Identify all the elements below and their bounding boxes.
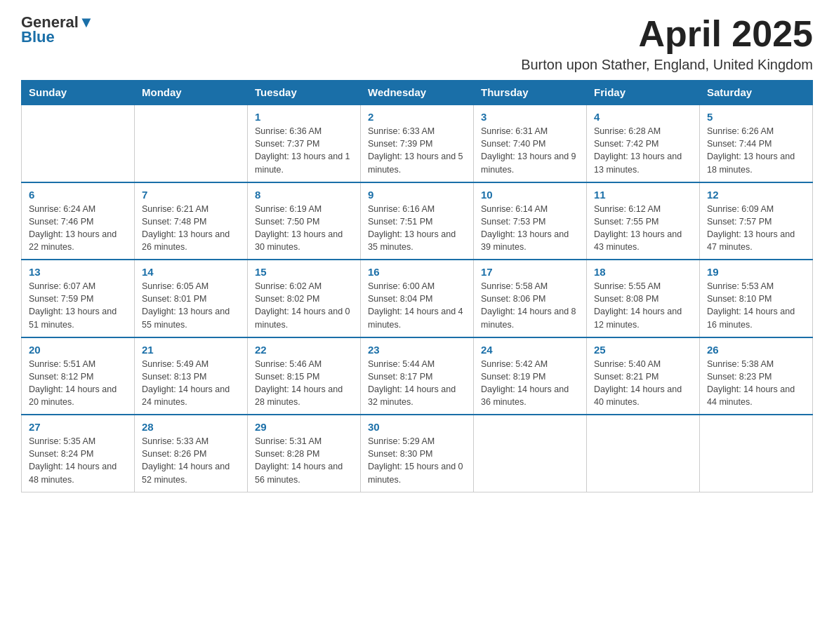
day-info: Sunrise: 6:00 AM Sunset: 8:04 PM Dayligh… <box>368 280 466 331</box>
calendar-cell: 17Sunrise: 5:58 AM Sunset: 8:06 PM Dayli… <box>474 260 587 337</box>
day-info: Sunrise: 5:49 AM Sunset: 8:13 PM Dayligh… <box>142 358 240 409</box>
calendar-cell: 4Sunrise: 6:28 AM Sunset: 7:42 PM Daylig… <box>587 105 700 182</box>
calendar-cell: 19Sunrise: 5:53 AM Sunset: 8:10 PM Dayli… <box>700 260 813 337</box>
calendar-cell: 30Sunrise: 5:29 AM Sunset: 8:30 PM Dayli… <box>361 415 474 492</box>
day-number: 28 <box>142 421 240 433</box>
month-title: April 2025 <box>521 14 813 54</box>
calendar-cell: 20Sunrise: 5:51 AM Sunset: 8:12 PM Dayli… <box>22 337 135 415</box>
week-row-3: 13Sunrise: 6:07 AM Sunset: 7:59 PM Dayli… <box>22 260 813 337</box>
calendar-cell <box>474 415 587 492</box>
calendar-cell: 6Sunrise: 6:24 AM Sunset: 7:46 PM Daylig… <box>22 182 135 260</box>
weekday-header-saturday: Saturday <box>700 81 813 105</box>
calendar-cell: 16Sunrise: 6:00 AM Sunset: 8:04 PM Dayli… <box>361 260 474 337</box>
day-number: 13 <box>29 266 127 278</box>
day-info: Sunrise: 5:53 AM Sunset: 8:10 PM Dayligh… <box>707 280 805 331</box>
day-info: Sunrise: 5:58 AM Sunset: 8:06 PM Dayligh… <box>481 280 579 331</box>
day-info: Sunrise: 6:14 AM Sunset: 7:53 PM Dayligh… <box>481 203 579 254</box>
calendar-cell: 9Sunrise: 6:16 AM Sunset: 7:51 PM Daylig… <box>361 182 474 260</box>
calendar-cell: 11Sunrise: 6:12 AM Sunset: 7:55 PM Dayli… <box>587 182 700 260</box>
day-number: 2 <box>368 111 466 123</box>
calendar-cell: 29Sunrise: 5:31 AM Sunset: 8:28 PM Dayli… <box>248 415 361 492</box>
day-info: Sunrise: 5:35 AM Sunset: 8:24 PM Dayligh… <box>29 435 127 486</box>
calendar-cell: 28Sunrise: 5:33 AM Sunset: 8:26 PM Dayli… <box>135 415 248 492</box>
day-info: Sunrise: 5:42 AM Sunset: 8:19 PM Dayligh… <box>481 358 579 409</box>
day-number: 26 <box>707 344 805 356</box>
day-info: Sunrise: 5:46 AM Sunset: 8:15 PM Dayligh… <box>255 358 353 409</box>
day-info: Sunrise: 5:51 AM Sunset: 8:12 PM Dayligh… <box>29 358 127 409</box>
logo-blue-text: Blue <box>21 28 55 46</box>
day-info: Sunrise: 6:24 AM Sunset: 7:46 PM Dayligh… <box>29 203 127 254</box>
day-info: Sunrise: 6:07 AM Sunset: 7:59 PM Dayligh… <box>29 280 127 331</box>
logo-triangle-icon: ▼ <box>79 13 94 31</box>
day-number: 20 <box>29 344 127 356</box>
day-number: 22 <box>255 344 353 356</box>
calendar-cell: 5Sunrise: 6:26 AM Sunset: 7:44 PM Daylig… <box>700 105 813 182</box>
weekday-header-tuesday: Tuesday <box>248 81 361 105</box>
day-info: Sunrise: 6:33 AM Sunset: 7:39 PM Dayligh… <box>368 125 466 176</box>
day-number: 25 <box>594 344 692 356</box>
calendar-cell <box>587 415 700 492</box>
weekday-header-monday: Monday <box>135 81 248 105</box>
weekday-header-wednesday: Wednesday <box>361 81 474 105</box>
week-row-2: 6Sunrise: 6:24 AM Sunset: 7:46 PM Daylig… <box>22 182 813 260</box>
calendar-cell: 2Sunrise: 6:33 AM Sunset: 7:39 PM Daylig… <box>361 105 474 182</box>
day-number: 5 <box>707 111 805 123</box>
calendar-cell: 8Sunrise: 6:19 AM Sunset: 7:50 PM Daylig… <box>248 182 361 260</box>
week-row-1: 1Sunrise: 6:36 AM Sunset: 7:37 PM Daylig… <box>22 105 813 182</box>
weekday-header-thursday: Thursday <box>474 81 587 105</box>
day-number: 14 <box>142 266 240 278</box>
calendar-cell: 15Sunrise: 6:02 AM Sunset: 8:02 PM Dayli… <box>248 260 361 337</box>
day-number: 21 <box>142 344 240 356</box>
calendar-cell <box>700 415 813 492</box>
day-number: 19 <box>707 266 805 278</box>
day-number: 8 <box>255 189 353 201</box>
calendar-cell <box>22 105 135 182</box>
day-number: 10 <box>481 189 579 201</box>
weekday-header-friday: Friday <box>587 81 700 105</box>
calendar-cell: 14Sunrise: 6:05 AM Sunset: 8:01 PM Dayli… <box>135 260 248 337</box>
day-info: Sunrise: 6:05 AM Sunset: 8:01 PM Dayligh… <box>142 280 240 331</box>
page-header: General▼ Blue April 2025 Burton upon Sta… <box>21 14 813 73</box>
calendar-cell: 10Sunrise: 6:14 AM Sunset: 7:53 PM Dayli… <box>474 182 587 260</box>
day-number: 23 <box>368 344 466 356</box>
weekday-header-row: SundayMondayTuesdayWednesdayThursdayFrid… <box>22 81 813 105</box>
day-info: Sunrise: 5:31 AM Sunset: 8:28 PM Dayligh… <box>255 435 353 486</box>
calendar-cell: 26Sunrise: 5:38 AM Sunset: 8:23 PM Dayli… <box>700 337 813 415</box>
day-info: Sunrise: 6:28 AM Sunset: 7:42 PM Dayligh… <box>594 125 692 176</box>
day-number: 16 <box>368 266 466 278</box>
day-number: 27 <box>29 421 127 433</box>
day-number: 9 <box>368 189 466 201</box>
day-info: Sunrise: 6:31 AM Sunset: 7:40 PM Dayligh… <box>481 125 579 176</box>
day-info: Sunrise: 6:16 AM Sunset: 7:51 PM Dayligh… <box>368 203 466 254</box>
calendar-cell: 7Sunrise: 6:21 AM Sunset: 7:48 PM Daylig… <box>135 182 248 260</box>
day-info: Sunrise: 6:09 AM Sunset: 7:57 PM Dayligh… <box>707 203 805 254</box>
day-number: 12 <box>707 189 805 201</box>
day-number: 3 <box>481 111 579 123</box>
calendar-cell: 25Sunrise: 5:40 AM Sunset: 8:21 PM Dayli… <box>587 337 700 415</box>
day-info: Sunrise: 6:36 AM Sunset: 7:37 PM Dayligh… <box>255 125 353 176</box>
week-row-4: 20Sunrise: 5:51 AM Sunset: 8:12 PM Dayli… <box>22 337 813 415</box>
calendar-cell: 23Sunrise: 5:44 AM Sunset: 8:17 PM Dayli… <box>361 337 474 415</box>
week-row-5: 27Sunrise: 5:35 AM Sunset: 8:24 PM Dayli… <box>22 415 813 492</box>
logo: General▼ Blue <box>21 14 94 46</box>
day-info: Sunrise: 5:38 AM Sunset: 8:23 PM Dayligh… <box>707 358 805 409</box>
weekday-header-sunday: Sunday <box>22 81 135 105</box>
day-number: 15 <box>255 266 353 278</box>
day-number: 7 <box>142 189 240 201</box>
day-number: 11 <box>594 189 692 201</box>
day-info: Sunrise: 6:26 AM Sunset: 7:44 PM Dayligh… <box>707 125 805 176</box>
day-number: 30 <box>368 421 466 433</box>
calendar-table: SundayMondayTuesdayWednesdayThursdayFrid… <box>21 80 813 492</box>
calendar-cell: 13Sunrise: 6:07 AM Sunset: 7:59 PM Dayli… <box>22 260 135 337</box>
day-info: Sunrise: 5:44 AM Sunset: 8:17 PM Dayligh… <box>368 358 466 409</box>
calendar-cell: 24Sunrise: 5:42 AM Sunset: 8:19 PM Dayli… <box>474 337 587 415</box>
day-number: 4 <box>594 111 692 123</box>
calendar-cell: 3Sunrise: 6:31 AM Sunset: 7:40 PM Daylig… <box>474 105 587 182</box>
day-number: 6 <box>29 189 127 201</box>
day-number: 29 <box>255 421 353 433</box>
day-info: Sunrise: 6:02 AM Sunset: 8:02 PM Dayligh… <box>255 280 353 331</box>
location-title: Burton upon Stather, England, United Kin… <box>521 57 813 73</box>
day-number: 17 <box>481 266 579 278</box>
title-area: April 2025 Burton upon Stather, England,… <box>521 14 813 73</box>
day-number: 1 <box>255 111 353 123</box>
